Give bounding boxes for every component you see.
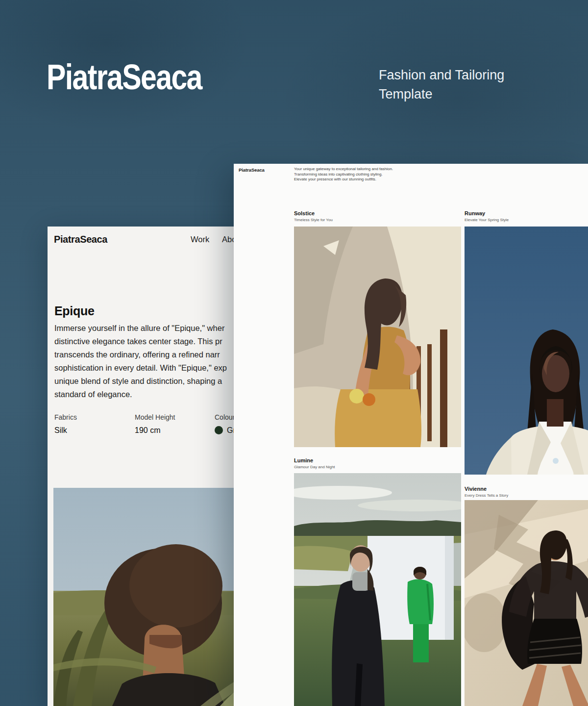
card-subtitle: Timeless Style for You [294,218,456,222]
vivienne-photo-illustration [465,500,588,706]
card-subtitle: Every Dress Tells a Story [465,493,588,498]
card-title: Lumine [294,457,456,463]
hero-subtitle: Fashion and Tailoring Template [379,66,504,104]
description-line: sophistication in every detail. With "Ep… [54,361,227,375]
gallery-page-mockup: PiatraSeaca Your unique gateway to excep… [234,164,588,706]
description-line: distinctive elegance takes center stage.… [54,335,227,348]
card-label-runway: Runway Elevate Your Spring Style [465,210,588,222]
spec-value-colour: Green [215,426,227,435]
lumine-photo-illustration [294,473,461,706]
gallery-page-logo[interactable]: PiatraSeaca [239,167,265,173]
card-label-vivienne: Vivienne Every Dress Tells a Story [465,486,588,498]
card-label-solstice: Solstice Timeless Style for You [294,210,456,222]
detail-page-logo[interactable]: PiatraSeaca [54,234,107,245]
description-line: unique blend of style and distinction, s… [54,375,227,388]
solstice-card-photo[interactable] [294,227,461,447]
project-title: Epique [54,304,95,318]
hero-subtitle-line1: Fashion and Tailoring [379,66,504,85]
gallery-tagline: Your unique gateway to exceptional tailo… [294,167,393,182]
spec-value-fabrics: Silk [54,426,67,435]
spec-label-colour: Colour [215,413,235,421]
card-label-lumine: Lumine Glamour Day and Night [294,457,456,469]
card-title: Vivienne [465,486,588,492]
spec-label-fabrics: Fabrics [54,413,77,421]
hero-subtitle-line2: Template [379,85,504,104]
runway-photo-illustration [465,227,588,475]
spec-label-model-height: Model Height [135,413,175,421]
green-colour-swatch [215,426,223,434]
card-subtitle: Glamour Day and Night [294,465,456,469]
description-line: transcends the ordinary, offering a refi… [54,348,227,361]
project-description: Immerse yourself in the allure of "Epiqu… [54,322,227,401]
spec-value-model-height: 190 cm [135,426,160,435]
lumine-card-photo[interactable] [294,473,461,706]
tagline-line: Transforming ideas into captivating clot… [294,172,393,177]
solstice-photo-illustration [294,227,461,447]
hero-brand-title: PiatraSeaca [47,59,202,95]
nav-item-work[interactable]: Work [191,235,209,244]
runway-card-photo[interactable] [465,227,588,475]
description-line: standard of elegance. [54,388,227,401]
card-subtitle: Elevate Your Spring Style [465,218,588,222]
tagline-line: Your unique gateway to exceptional tailo… [294,167,393,172]
vivienne-card-photo[interactable] [465,500,588,706]
card-title: Solstice [294,210,456,216]
template-showcase: PiatraSeaca Fashion and Tailoring Templa… [0,0,588,706]
tagline-line: Elevate your presence with our stunning … [294,177,393,182]
card-title: Runway [465,210,588,216]
description-line: Immerse yourself in the allure of "Epiqu… [54,322,227,335]
